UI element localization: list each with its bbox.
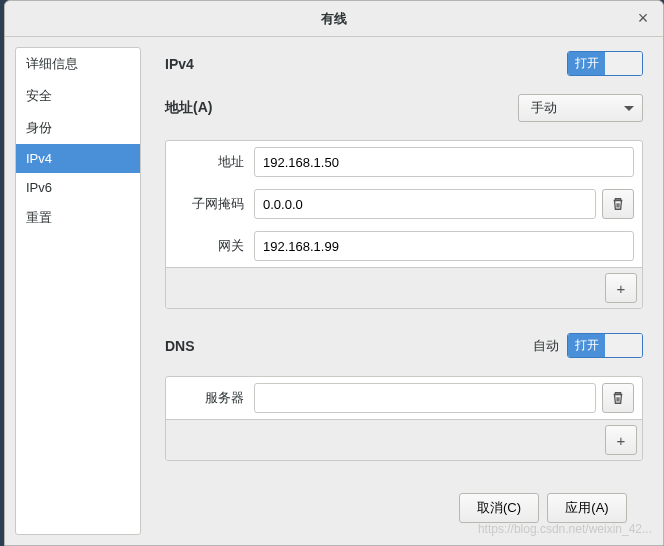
- add-address-button[interactable]: +: [605, 273, 637, 303]
- ipv4-heading: IPv4: [165, 56, 194, 72]
- addresses-card: 地址 子网掩码 网关 +: [165, 140, 643, 309]
- cancel-button[interactable]: 取消(C): [459, 493, 539, 523]
- sidebar-item-label: IPv6: [26, 180, 52, 195]
- sidebar-item-label: 详细信息: [26, 56, 78, 71]
- toggle-on-label: 打开: [568, 334, 605, 357]
- sidebar-item-label: 重置: [26, 210, 52, 225]
- trash-icon: [611, 197, 625, 211]
- dialog-buttonbar: 取消(C) 应用(A): [165, 485, 643, 535]
- close-icon[interactable]: ×: [633, 9, 653, 29]
- trash-icon: [611, 391, 625, 405]
- toggle-on-label: 打开: [568, 52, 605, 75]
- address-input[interactable]: [254, 147, 634, 177]
- dns-card: 服务器 +: [165, 376, 643, 461]
- sidebar: 详细信息 安全 身份 IPv4 IPv6 重置: [15, 47, 141, 535]
- titlebar: 有线 ×: [5, 1, 663, 37]
- dns-server-input[interactable]: [254, 383, 596, 413]
- dialog-title: 有线: [321, 10, 347, 28]
- network-settings-dialog: 有线 × 详细信息 安全 身份 IPv4 IPv6 重置 IPv4 打开 地址(…: [4, 0, 664, 546]
- add-icon: +: [617, 432, 626, 449]
- sidebar-item-label: IPv4: [26, 151, 52, 166]
- apply-button[interactable]: 应用(A): [547, 493, 627, 523]
- sidebar-item-reset[interactable]: 重置: [16, 202, 140, 234]
- sidebar-item-security[interactable]: 安全: [16, 80, 140, 112]
- netmask-label: 子网掩码: [174, 195, 254, 213]
- sidebar-item-label: 安全: [26, 88, 52, 103]
- dns-auto-toggle[interactable]: 打开: [567, 333, 643, 358]
- delete-dns-button[interactable]: [602, 383, 634, 413]
- content-pane: IPv4 打开 地址(A) 手动 地址: [141, 37, 663, 545]
- gateway-input[interactable]: [254, 231, 634, 261]
- chevron-down-icon: [624, 106, 634, 111]
- sidebar-item-identity[interactable]: 身份: [16, 112, 140, 144]
- gateway-label: 网关: [174, 237, 254, 255]
- delete-address-button[interactable]: [602, 189, 634, 219]
- sidebar-item-ipv6[interactable]: IPv6: [16, 173, 140, 202]
- sidebar-item-label: 身份: [26, 120, 52, 135]
- addresses-heading: 地址(A): [165, 99, 212, 117]
- dns-heading: DNS: [165, 338, 195, 354]
- dns-server-label: 服务器: [174, 389, 254, 407]
- sidebar-item-ipv4[interactable]: IPv4: [16, 144, 140, 173]
- combo-value: 手动: [531, 99, 557, 117]
- dns-auto-label: 自动: [533, 337, 559, 355]
- toggle-off-slot: [605, 52, 642, 75]
- address-mode-combo[interactable]: 手动: [518, 94, 643, 122]
- sidebar-item-details[interactable]: 详细信息: [16, 48, 140, 80]
- netmask-input[interactable]: [254, 189, 596, 219]
- add-icon: +: [617, 280, 626, 297]
- toggle-off-slot: [605, 334, 642, 357]
- ipv4-toggle[interactable]: 打开: [567, 51, 643, 76]
- add-dns-button[interactable]: +: [605, 425, 637, 455]
- address-label: 地址: [174, 153, 254, 171]
